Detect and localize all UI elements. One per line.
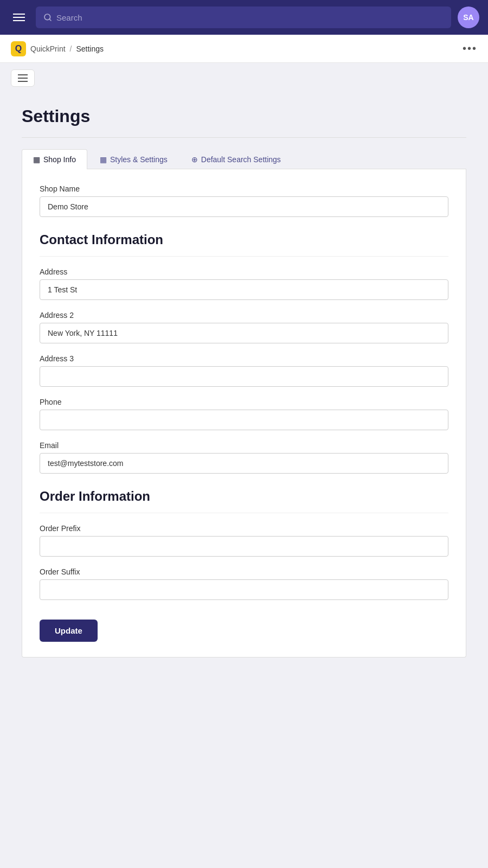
sidebar-toggle-button[interactable]	[11, 69, 35, 87]
tab-search-label: Default Search Settings	[201, 155, 281, 164]
address-label: Address	[40, 267, 448, 276]
breadcrumb-app-link[interactable]: QuickPrint	[30, 44, 66, 53]
search-bar	[36, 7, 451, 28]
avatar[interactable]: SA	[458, 7, 479, 28]
tab-shop-info[interactable]: ▦ Shop Info	[22, 149, 87, 169]
order-prefix-label: Order Prefix	[40, 524, 448, 533]
breadcrumb-bar: Q QuickPrint / Settings •••	[0, 35, 488, 63]
order-prefix-input[interactable]	[40, 536, 448, 557]
shop-info-tab-icon: ▦	[33, 155, 40, 164]
title-divider	[22, 137, 466, 138]
search-icon	[43, 13, 52, 22]
phone-label: Phone	[40, 398, 448, 406]
address3-input[interactable]	[40, 366, 448, 387]
email-label: Email	[40, 441, 448, 450]
shop-name-input[interactable]	[40, 196, 448, 217]
address3-group: Address 3	[40, 354, 448, 387]
contact-section-title: Contact Information	[40, 232, 448, 247]
menu-icon[interactable]	[9, 9, 29, 25]
order-suffix-group: Order Suffix	[40, 567, 448, 600]
more-options-icon[interactable]: •••	[463, 42, 477, 55]
shop-name-label: Shop Name	[40, 184, 448, 193]
page-title: Settings	[22, 106, 466, 126]
address2-label: Address 2	[40, 311, 448, 320]
email-input[interactable]	[40, 453, 448, 474]
order-suffix-input[interactable]	[40, 579, 448, 600]
email-group: Email	[40, 441, 448, 474]
address2-group: Address 2	[40, 311, 448, 343]
address3-label: Address 3	[40, 354, 448, 363]
sidebar-toggle-bar	[0, 63, 488, 93]
phone-input[interactable]	[40, 410, 448, 430]
order-divider	[40, 513, 448, 513]
tab-default-search[interactable]: ⊕ Default Search Settings	[180, 149, 292, 169]
form-panel: Shop Name Contact Information Address Ad…	[22, 169, 466, 658]
address-input[interactable]	[40, 279, 448, 300]
order-section-title: Order Information	[40, 489, 448, 504]
contact-divider	[40, 256, 448, 257]
app-logo: Q	[11, 41, 26, 56]
order-prefix-group: Order Prefix	[40, 524, 448, 557]
phone-group: Phone	[40, 398, 448, 430]
tabs: ▦ Shop Info ▦ Styles & Settings ⊕ Defaul…	[22, 149, 466, 169]
tab-styles-label: Styles & Settings	[110, 155, 168, 164]
breadcrumb-separator: /	[70, 44, 72, 53]
topbar: SA	[0, 0, 488, 35]
shop-name-group: Shop Name	[40, 184, 448, 217]
address2-input[interactable]	[40, 323, 448, 343]
search-tab-icon: ⊕	[191, 155, 198, 164]
styles-tab-icon: ▦	[100, 155, 107, 164]
address-group: Address	[40, 267, 448, 300]
main-content: Settings ▦ Shop Info ▦ Styles & Settings…	[0, 93, 488, 679]
search-input[interactable]	[56, 13, 444, 22]
breadcrumb: Q QuickPrint / Settings	[11, 41, 104, 56]
tab-styles-settings[interactable]: ▦ Styles & Settings	[88, 149, 179, 169]
tab-shop-info-label: Shop Info	[43, 155, 76, 164]
order-suffix-label: Order Suffix	[40, 567, 448, 576]
update-button[interactable]: Update	[40, 620, 98, 642]
svg-line-1	[49, 19, 51, 21]
breadcrumb-current-page: Settings	[76, 44, 104, 53]
